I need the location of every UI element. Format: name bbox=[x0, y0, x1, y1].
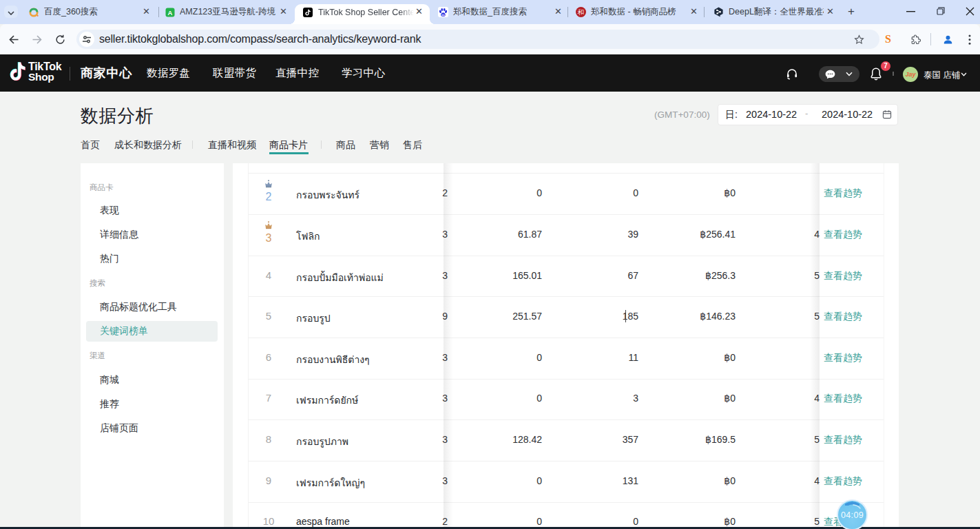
svg-text:和: 和 bbox=[577, 8, 585, 16]
svg-text:A: A bbox=[168, 8, 173, 16]
svg-text:du: du bbox=[441, 14, 445, 17]
